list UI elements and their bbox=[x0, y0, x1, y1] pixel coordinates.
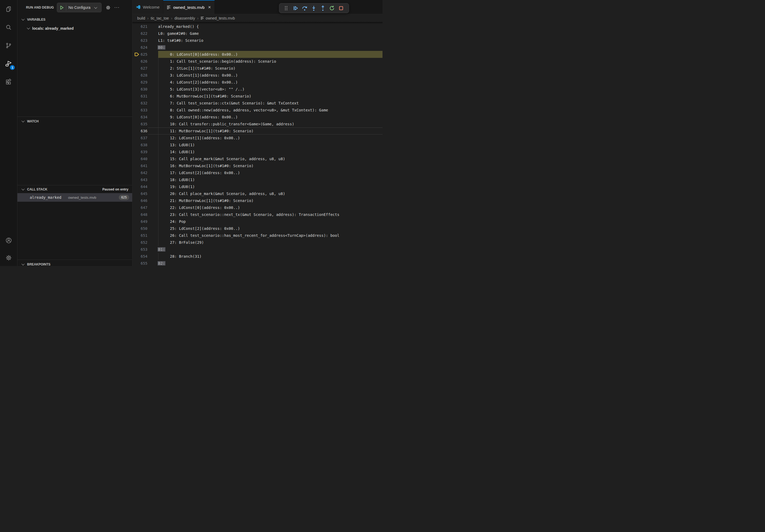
line-number[interactable]: 634 bbox=[132, 114, 147, 121]
drag-handle[interactable] bbox=[282, 4, 291, 12]
line-number[interactable]: 622 bbox=[132, 30, 147, 37]
frame-name: already_marked bbox=[30, 195, 61, 199]
code-line[interactable]: 64722: LdConst[0](address: 0x00..) bbox=[132, 204, 382, 211]
line-number[interactable]: 649 bbox=[132, 218, 147, 225]
continue-button[interactable] bbox=[291, 4, 300, 12]
variables-header[interactable]: VARIABLES bbox=[17, 15, 132, 24]
code-line[interactable]: 6294: LdConst[2](address: 0x00..) bbox=[132, 79, 382, 86]
breakpoints-section: BREAKPOINTS bbox=[17, 260, 132, 266]
breadcrumb-item[interactable]: owned_tests.mvb bbox=[201, 16, 235, 20]
tab-owned-tests[interactable]: owned_tests.mvb × bbox=[163, 0, 215, 14]
line-number[interactable]: 635 bbox=[132, 121, 147, 128]
activity-explorer[interactable] bbox=[0, 0, 17, 18]
code-line[interactable]: 65428: Branch(31) bbox=[132, 253, 382, 260]
line-number[interactable]: 651 bbox=[132, 232, 147, 239]
code-line[interactable]: 64520: Call place_mark(&mut Scenario, ad… bbox=[132, 190, 382, 197]
code-line[interactable]: 6261: Call test_scenario::begin(address)… bbox=[132, 58, 382, 65]
code-line[interactable]: 64015: Call place_mark(&mut Scenario, ad… bbox=[132, 155, 382, 162]
code-line[interactable]: 6272: StLoc[1](ts#1#0: Scenario) bbox=[132, 65, 382, 72]
breadcrumb-item[interactable]: build bbox=[137, 16, 145, 20]
code-line[interactable]: 624B0: bbox=[132, 44, 382, 51]
line-number[interactable]: 643 bbox=[132, 176, 147, 183]
tab-welcome[interactable]: Welcome bbox=[132, 0, 163, 14]
debug-config-dropdown[interactable]: No Configura bbox=[57, 3, 102, 12]
line-number[interactable]: 647 bbox=[132, 204, 147, 211]
breakpoints-header[interactable]: BREAKPOINTS bbox=[17, 260, 132, 266]
close-icon[interactable]: × bbox=[208, 6, 211, 9]
line-number[interactable]: 644 bbox=[132, 183, 147, 190]
code-line[interactable]: 63813: LdU8(1) bbox=[132, 141, 382, 148]
line-number[interactable]: 633 bbox=[132, 107, 147, 114]
code-line[interactable]: 64419: LdU8(1) bbox=[132, 183, 382, 190]
code-line[interactable]: 65025: LdConst[2](address: 0x00..) bbox=[132, 225, 382, 232]
activity-search[interactable] bbox=[0, 18, 17, 36]
call-stack-frame-row[interactable]: already_marked owned_tests.mvb 625 bbox=[17, 193, 132, 202]
code-line[interactable]: 623L1: ts#1#0: Scenario bbox=[132, 37, 382, 44]
line-number[interactable]: 623 bbox=[132, 37, 147, 44]
step-over-button[interactable] bbox=[300, 4, 309, 12]
line-number[interactable]: 624 bbox=[132, 44, 147, 51]
code-line[interactable]: 64924: Pop bbox=[132, 218, 382, 225]
code-line[interactable]: 63510: Call transfer::public_transfer<Ga… bbox=[132, 121, 382, 128]
breadcrumb-item[interactable]: tic_tac_toe bbox=[151, 16, 169, 20]
start-debugging-icon[interactable] bbox=[60, 5, 64, 10]
line-number[interactable]: 655 bbox=[132, 260, 147, 266]
restart-button[interactable] bbox=[327, 4, 337, 12]
stop-button[interactable] bbox=[337, 4, 346, 12]
code-line[interactable]: 622L0: game#2#0: Game bbox=[132, 30, 382, 37]
code-line[interactable]: 655B2: bbox=[132, 260, 382, 266]
line-number[interactable]: 632 bbox=[132, 100, 147, 107]
code-line[interactable]: 6338: Call owned::new(address, address, … bbox=[132, 107, 382, 114]
code-line[interactable]: 64823: Call test_scenario::next_tx(&mut … bbox=[132, 211, 382, 218]
activity-extensions[interactable] bbox=[0, 73, 17, 91]
breadcrumb-item[interactable]: disassembly bbox=[175, 16, 195, 20]
code-line[interactable]: 6305: LdConst[3](vector<u8>: "" /..) bbox=[132, 86, 382, 93]
code-line[interactable]: 63914: LdU8(1) bbox=[132, 148, 382, 155]
line-number[interactable]: 645 bbox=[132, 190, 147, 197]
debug-settings-gear-icon[interactable] bbox=[106, 5, 111, 10]
code-line[interactable]: 63712: LdConst[1](address: 0x00..) bbox=[132, 134, 382, 141]
code-line[interactable]: 653B1: bbox=[132, 246, 382, 253]
code-line[interactable]: 63611: MutBorrowLoc[1](ts#1#0: Scenario) bbox=[132, 128, 382, 134]
code-line[interactable]: 6250: LdConst[0](address: 0x00..) bbox=[132, 51, 382, 58]
step-into-button[interactable] bbox=[309, 4, 318, 12]
line-number[interactable]: 636 bbox=[132, 128, 147, 134]
line-number[interactable]: 629 bbox=[132, 79, 147, 86]
code-line[interactable]: 64318: LdU8(1) bbox=[132, 176, 382, 183]
line-number[interactable]: 650 bbox=[132, 225, 147, 232]
call-stack-header[interactable]: CALL STACK Paused on entry bbox=[17, 185, 132, 193]
code-line[interactable]: 64621: MutBorrowLoc[1](ts#1#0: Scenario) bbox=[132, 197, 382, 204]
line-number[interactable]: 631 bbox=[132, 93, 147, 100]
code-line[interactable]: 6327: Call test_scenario::ctx(&mut Scena… bbox=[132, 100, 382, 107]
code-line[interactable]: 65227: BrFalse(29) bbox=[132, 239, 382, 246]
code-line[interactable]: 64116: MutBorrowLoc[1](ts#1#0: Scenario) bbox=[132, 162, 382, 169]
line-number[interactable]: 641 bbox=[132, 162, 147, 169]
watch-header[interactable]: WATCH bbox=[17, 117, 132, 126]
line-number[interactable]: 654 bbox=[132, 253, 147, 260]
line-number[interactable]: 648 bbox=[132, 211, 147, 218]
variables-scope-row[interactable]: locals: already_marked bbox=[17, 24, 132, 33]
line-number[interactable]: 627 bbox=[132, 65, 147, 72]
code-line[interactable]: 6349: LdConst[0](address: 0x00..) bbox=[132, 114, 382, 121]
line-number[interactable]: 642 bbox=[132, 169, 147, 176]
line-number[interactable]: 637 bbox=[132, 134, 147, 141]
activity-run-and-debug[interactable]: 1 bbox=[0, 55, 17, 73]
code-editor[interactable]: 621already_marked() {622L0: game#2#0: Ga… bbox=[132, 22, 382, 266]
line-number[interactable]: 652 bbox=[132, 239, 147, 246]
code-line[interactable]: 65126: Call test_scenario::has_most_rece… bbox=[132, 232, 382, 239]
line-number[interactable]: 628 bbox=[132, 72, 147, 79]
line-number[interactable]: 638 bbox=[132, 141, 147, 148]
line-number[interactable]: 640 bbox=[132, 155, 147, 162]
code-line[interactable]: 6283: LdConst[1](address: 0x00..) bbox=[132, 72, 382, 79]
step-out-button[interactable] bbox=[318, 4, 327, 12]
line-number[interactable]: 646 bbox=[132, 197, 147, 204]
line-number[interactable]: 653 bbox=[132, 246, 147, 253]
line-number[interactable]: 630 bbox=[132, 86, 147, 93]
activity-source-control[interactable] bbox=[0, 36, 17, 55]
code-line[interactable]: 64217: LdConst[2](address: 0x00..) bbox=[132, 169, 382, 176]
activity-settings[interactable] bbox=[0, 249, 17, 266]
activity-accounts[interactable] bbox=[0, 231, 17, 249]
more-actions-icon[interactable]: ··· bbox=[114, 6, 120, 9]
code-line[interactable]: 6316: MutBorrowLoc[1](ts#1#0: Scenario) bbox=[132, 93, 382, 100]
line-number[interactable]: 639 bbox=[132, 148, 147, 155]
